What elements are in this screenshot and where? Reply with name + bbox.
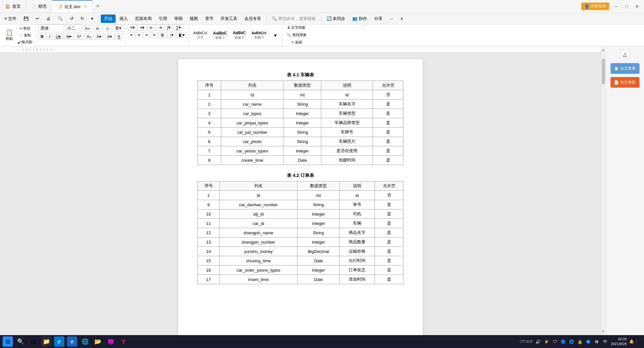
bold-button[interactable]: B xyxy=(38,34,46,40)
menu-redo-dropdown[interactable]: ▾ xyxy=(88,15,97,22)
tray-icon-7[interactable]: 🔷 xyxy=(585,338,592,345)
menu-devtools[interactable]: 开发工具 xyxy=(217,15,241,23)
panel-collapse-button[interactable]: △ xyxy=(620,50,630,59)
font-transform-btn[interactable]: 变▾ xyxy=(113,25,124,32)
scroll-up-arrow[interactable]: ▲ xyxy=(601,46,605,52)
align-center-button[interactable]: ≡ xyxy=(136,32,143,38)
files-button[interactable]: 📂 xyxy=(93,336,103,347)
style-h1[interactable]: AaBbC 标题 1 xyxy=(211,30,229,41)
highlight-button[interactable]: A▾ xyxy=(105,34,114,40)
paste-button[interactable]: 📋 粘贴 xyxy=(4,29,15,42)
font-clear-btn[interactable]: ◇ xyxy=(104,25,111,32)
format-paint-button[interactable]: 🖌 格式刷 xyxy=(15,39,34,45)
notification-icon[interactable]: 🔔 xyxy=(629,339,634,344)
menu-file[interactable]: ≡ 文件 xyxy=(1,15,20,23)
line-spacing-button[interactable]: ↕▾ xyxy=(167,32,176,38)
style-normal[interactable]: AaBbCcI 正文 xyxy=(191,30,209,40)
tray-icon-5[interactable]: 🌐 xyxy=(568,338,575,345)
tab-wps[interactable]: 📄 稻壳 xyxy=(26,0,52,13)
vertical-scrollbar[interactable]: ▲ ▼ xyxy=(601,46,605,335)
menu-chevron-up[interactable]: ∧ xyxy=(397,15,407,22)
underline-button[interactable]: U▾ xyxy=(53,34,63,40)
tab-doc[interactable]: 📝 论文.doc ✕ xyxy=(52,0,92,13)
cpu-monitor-icon[interactable]: CPU监管 xyxy=(520,339,533,344)
tray-icon-2[interactable]: ⚡ xyxy=(543,338,550,345)
tray-icon-N[interactable]: N xyxy=(593,338,600,345)
tray-icon-3[interactable]: 🛡 xyxy=(552,338,558,345)
menu-insert[interactable]: 插入 xyxy=(116,15,131,23)
tab-add-button[interactable]: + xyxy=(92,0,104,13)
maximize-button[interactable]: □ xyxy=(622,2,631,11)
menu-chapter[interactable]: 章节 xyxy=(202,15,217,23)
subscript-button[interactable]: X₂ xyxy=(84,34,93,40)
font-size-increase[interactable]: A+ xyxy=(83,25,92,32)
menu-find[interactable]: 🔍 查找命令，搜索模板 xyxy=(269,15,319,23)
explorer-button[interactable]: 📁 xyxy=(41,336,52,347)
indent-decrease-button[interactable]: ⇤ xyxy=(147,24,156,31)
menu-member[interactable]: 会员专享 xyxy=(241,15,264,23)
sort-button[interactable]: ∫▾ xyxy=(165,24,173,31)
select-button[interactable]: ↗ 选择 xyxy=(289,39,304,45)
tray-icon-cn[interactable]: 中 xyxy=(602,338,608,345)
font-size-decrease[interactable]: A- xyxy=(94,25,102,32)
start-button[interactable]: ⊞ xyxy=(3,336,13,347)
columns-button[interactable]: ⊞ xyxy=(158,32,166,38)
indent-increase-button[interactable]: ⇥ xyxy=(156,24,164,31)
paper-check-button[interactable]: 📋 论文查重 xyxy=(611,63,639,74)
menu-redo-icon[interactable]: ↻ xyxy=(77,15,87,22)
menu-share[interactable]: 分享 xyxy=(371,15,386,23)
menu-undo2-icon[interactable]: ↺ xyxy=(67,15,77,22)
style-h3[interactable]: AaBbCcI 标题 3 xyxy=(250,30,268,40)
close-button[interactable]: ✕ xyxy=(632,2,641,11)
menu-view[interactable]: 视图 xyxy=(186,15,201,23)
strikethrough-button[interactable]: S▾ xyxy=(64,34,74,40)
chrome-button[interactable]: 🌐 xyxy=(80,336,90,347)
menu-ref[interactable]: 引用 xyxy=(156,15,170,23)
menu-collab[interactable]: 👥 协作 xyxy=(349,15,370,23)
menu-save-icon[interactable]: 💾 xyxy=(20,15,32,22)
typography-button[interactable]: Ā 文字排版 xyxy=(286,24,307,31)
text-border-button[interactable]: A̲ xyxy=(115,34,123,40)
tab-home[interactable]: 🏠 首页 xyxy=(0,0,26,13)
cut-button[interactable]: ✂ 剪切 xyxy=(15,25,34,32)
visit-login-button[interactable]: 👤 访客登录 xyxy=(581,3,609,10)
app-devil-button[interactable]: 😈 xyxy=(106,336,116,347)
edge-button[interactable]: e xyxy=(54,336,64,347)
tab-doc-close[interactable]: ✕ xyxy=(84,5,87,9)
menu-sync[interactable]: 🔄 未同步 xyxy=(323,15,349,23)
numbered-list-button[interactable]: ≡▾ xyxy=(138,24,147,31)
menu-start[interactable]: 开始 xyxy=(101,15,116,23)
ie-button[interactable]: e xyxy=(67,336,77,347)
align-justify-button[interactable]: ≡ xyxy=(151,32,158,38)
menu-undo-icon[interactable]: ↩ xyxy=(33,15,43,22)
minimize-button[interactable]: ─ xyxy=(612,2,621,11)
menu-layout[interactable]: 页面布局 xyxy=(132,15,155,23)
font-name-input[interactable] xyxy=(38,24,64,32)
menu-review[interactable]: 审阅 xyxy=(171,15,186,23)
italic-button[interactable]: I xyxy=(47,34,52,40)
shading-button[interactable]: ◧▾ xyxy=(176,32,187,38)
border-button[interactable]: ∑▾ xyxy=(174,24,183,31)
system-clock[interactable]: 16:09 2021/8/28 xyxy=(611,337,627,347)
copy-button[interactable]: 📄 复制 xyxy=(15,32,34,38)
menu-search-icon[interactable]: 🔍 xyxy=(54,15,66,22)
tray-icon-6[interactable]: 🔒 xyxy=(577,338,583,345)
doc-scroll-area[interactable]: 表 4.1 车辆表 序号 列名 数据类型 说明 允许空 1IdIntid否2ca… xyxy=(0,53,601,335)
menu-print-icon[interactable]: 🖨 xyxy=(43,15,54,22)
app-y-button[interactable]: Y xyxy=(118,336,129,347)
task-view-button[interactable]: 🗂 xyxy=(28,336,39,347)
bullet-list-button[interactable]: ≡▾ xyxy=(128,24,137,31)
scroll-down-arrow[interactable]: ▼ xyxy=(601,329,605,335)
style-h2[interactable]: AaBbC 标题 2 xyxy=(231,30,248,40)
tray-icon-1[interactable]: 🔊 xyxy=(535,338,541,345)
tray-icon-4[interactable]: 🔵 xyxy=(560,338,566,345)
find-replace-button[interactable]: 🔍 查找替换 xyxy=(285,32,308,38)
font-color-button[interactable]: A▾ xyxy=(94,34,104,40)
align-right-button[interactable]: ≡ xyxy=(143,32,150,38)
paper-layout-button[interactable]: 📄 论文排版 xyxy=(611,77,639,88)
font-size-input[interactable] xyxy=(65,24,81,32)
search-taskbar-button[interactable]: 🔍 xyxy=(15,336,26,347)
scrollbar-thumb[interactable] xyxy=(602,59,605,84)
show-desktop-button[interactable] xyxy=(637,339,641,344)
superscript-button[interactable]: X² xyxy=(75,34,83,40)
